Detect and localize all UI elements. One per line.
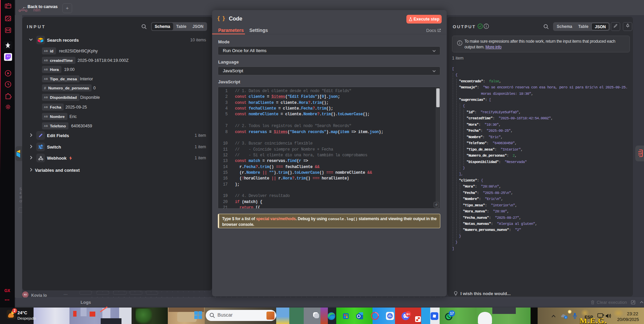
svg-text:8: 8	[603, 314, 604, 317]
svg-text:i: i	[565, 316, 566, 319]
